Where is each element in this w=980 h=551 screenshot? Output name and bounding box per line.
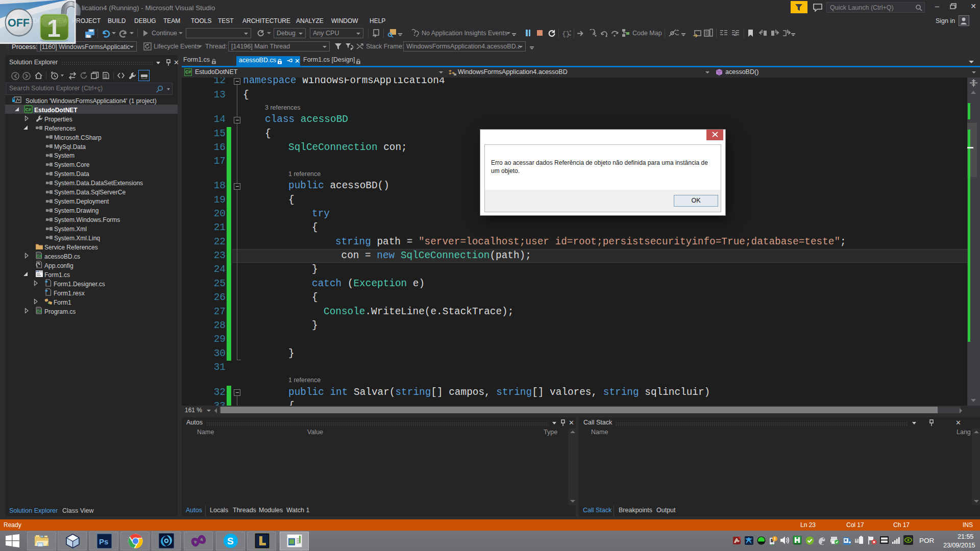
svg-text:C#: C#	[26, 107, 32, 112]
svg-text:{}: {}	[562, 30, 570, 37]
svg-text:S: S	[227, 536, 234, 546]
svg-text:2: 2	[734, 31, 737, 37]
svg-text:1: 1	[47, 15, 61, 42]
svg-text:OFF: OFF	[8, 17, 30, 29]
svg-text:!: !	[774, 536, 775, 541]
svg-text:Ps: Ps	[99, 537, 108, 546]
